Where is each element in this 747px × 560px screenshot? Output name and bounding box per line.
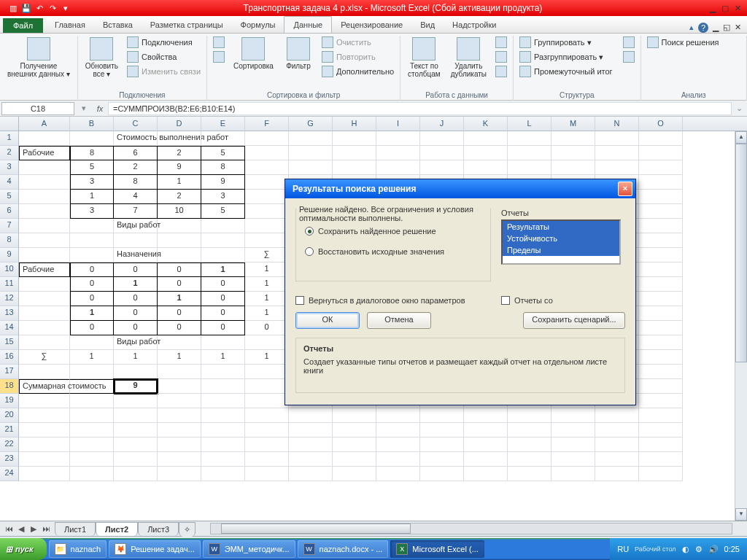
name-box[interactable]: C18 (1, 102, 74, 115)
cell[interactable] (639, 262, 683, 277)
start-button[interactable]: ⊞пуск (0, 538, 47, 560)
sort-button[interactable]: Сортировка (231, 36, 276, 71)
cell[interactable] (245, 394, 289, 408)
row-header[interactable]: 5 (0, 190, 19, 204)
cell[interactable] (114, 423, 158, 438)
cell[interactable]: 0 (158, 321, 201, 335)
cell[interactable]: 0 (70, 292, 114, 306)
scroll-thumb[interactable] (221, 524, 411, 534)
cell[interactable] (639, 248, 683, 262)
cell[interactable] (158, 394, 201, 408)
cell[interactable] (464, 438, 508, 452)
tray-icon[interactable]: ⚙ (695, 545, 703, 554)
row-header[interactable]: 1 (0, 131, 19, 146)
taskbar-folder[interactable]: 📁naznach (49, 540, 107, 558)
cell[interactable] (19, 452, 70, 467)
restore-values-radio[interactable]: Восстановить исходные значения (305, 247, 481, 256)
cell[interactable]: Виды работ (114, 335, 158, 350)
cell[interactable] (551, 452, 595, 467)
cell[interactable] (508, 438, 551, 452)
advanced-filter-button[interactable]: Дополнительно (320, 65, 395, 78)
cell[interactable]: 0 (70, 277, 114, 292)
cell[interactable] (114, 452, 158, 467)
cell[interactable] (158, 467, 201, 481)
cell[interactable] (551, 438, 595, 452)
cell[interactable] (70, 408, 114, 423)
cell[interactable] (114, 394, 158, 408)
text-to-columns-button[interactable]: Текст по столбцам (405, 36, 444, 79)
cell[interactable]: 0 (70, 262, 114, 277)
cell[interactable] (158, 408, 201, 423)
reports-listbox[interactable]: Результаты Устойчивость Пределы (501, 219, 621, 265)
cell[interactable]: 0 (114, 306, 158, 321)
cell[interactable] (201, 408, 245, 423)
cell[interactable] (245, 379, 289, 394)
vertical-scrollbar[interactable]: ▲ ▼ (735, 131, 747, 521)
edit-links-button[interactable]: Изменить связи (125, 65, 202, 78)
cell[interactable]: 9 (201, 175, 245, 190)
cell[interactable] (376, 146, 420, 160)
cell[interactable] (508, 131, 551, 146)
cell[interactable] (19, 335, 70, 350)
cell[interactable] (639, 233, 683, 248)
column-header[interactable]: K (464, 117, 508, 131)
cell[interactable] (245, 423, 289, 438)
cell[interactable]: 8 (70, 146, 114, 160)
cell[interactable] (639, 379, 683, 394)
cell[interactable]: 3 (201, 190, 245, 204)
cell[interactable] (639, 146, 683, 160)
cell[interactable] (114, 233, 158, 248)
cell[interactable] (595, 467, 639, 481)
cell[interactable]: 8 (201, 160, 245, 175)
cell[interactable] (289, 452, 333, 467)
cell[interactable] (245, 438, 289, 452)
row-header[interactable]: 7 (0, 219, 19, 233)
tab-addins[interactable]: Надстройки (444, 17, 505, 33)
cell[interactable] (333, 146, 376, 160)
cell[interactable]: Рабочие (19, 146, 70, 160)
cell[interactable]: ∑ (245, 248, 289, 262)
cell[interactable]: 1 (70, 350, 114, 365)
cell[interactable] (551, 146, 595, 160)
subtotal-button[interactable]: Промежуточный итог (518, 65, 614, 78)
column-header[interactable]: M (551, 117, 595, 131)
cell[interactable] (595, 423, 639, 438)
consolidate-button[interactable] (494, 50, 508, 63)
cell[interactable] (639, 423, 683, 438)
cell[interactable] (245, 160, 289, 175)
row-header[interactable]: 19 (0, 394, 19, 408)
redo-icon[interactable]: ↷ (47, 2, 58, 14)
row-header[interactable]: 21 (0, 423, 19, 438)
cell[interactable] (333, 131, 376, 146)
cell[interactable] (639, 219, 683, 233)
minimize-ribbon-icon[interactable]: ▴ (689, 23, 694, 33)
cell[interactable] (245, 452, 289, 467)
cell[interactable]: 2 (158, 146, 201, 160)
tab-file[interactable]: Файл (3, 18, 43, 33)
cell[interactable] (114, 438, 158, 452)
cell[interactable]: 3 (70, 204, 114, 219)
cell[interactable]: 0 (158, 262, 201, 277)
cell[interactable] (201, 131, 245, 146)
row-header[interactable]: 20 (0, 408, 19, 423)
cell[interactable] (639, 335, 683, 350)
cell[interactable]: 0 (201, 277, 245, 292)
cell[interactable] (639, 321, 683, 335)
cell[interactable] (639, 160, 683, 175)
row-header[interactable]: 9 (0, 248, 19, 262)
save-icon[interactable]: 💾 (20, 2, 32, 14)
dialog-titlebar[interactable]: Результаты поиска решения × (285, 179, 635, 198)
cell[interactable] (19, 321, 70, 335)
cell[interactable]: Виды работ (114, 219, 158, 233)
row-header[interactable]: 15 (0, 335, 19, 350)
cell[interactable]: 9 (114, 379, 158, 394)
cell[interactable] (551, 408, 595, 423)
sheet-tab-1[interactable]: Лист1 (55, 522, 96, 536)
cell[interactable] (639, 131, 683, 146)
cell[interactable]: 0 (201, 321, 245, 335)
cell[interactable] (595, 452, 639, 467)
cell[interactable]: 1 (201, 350, 245, 365)
column-headers[interactable]: ABCDEFGHIJKLMNO (0, 117, 747, 131)
column-header[interactable]: A (19, 117, 70, 131)
cell[interactable] (551, 467, 595, 481)
